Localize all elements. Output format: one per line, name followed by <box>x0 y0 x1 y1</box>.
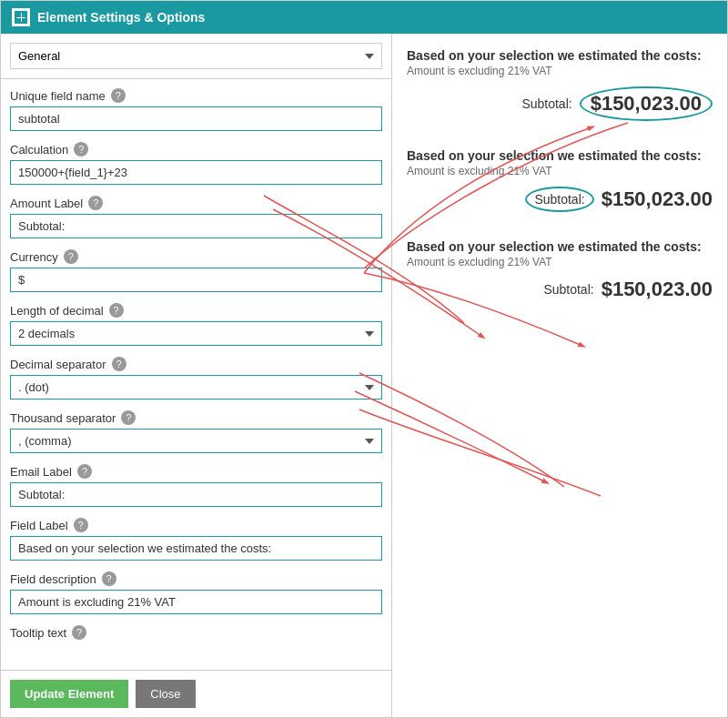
preview-2-row: Subtotal: $150,023.00 <box>407 187 713 212</box>
left-panel-header: General <box>1 34 391 79</box>
help-icon-length-of-decimal[interactable]: ? <box>109 303 124 318</box>
help-icon-calculation[interactable]: ? <box>74 142 88 157</box>
preview-1-subtitle: Amount is excluding 21% VAT <box>407 65 552 77</box>
content-area: General Unique field name ? Calculation <box>1 34 727 717</box>
preview-2-title: Based on your selection we estimated the… <box>407 148 702 163</box>
left-panel: General Unique field name ? Calculation <box>1 34 392 717</box>
general-select[interactable]: General <box>10 43 382 69</box>
field-group-decimal-separator: Decimal separator ? . (dot) , (comma) <box>10 357 382 399</box>
help-icon-tooltip-text[interactable]: ? <box>72 625 86 640</box>
preview-3-subtitle: Amount is excluding 21% VAT <box>407 256 552 268</box>
preview-1-value: $150,023.00 <box>580 86 713 121</box>
field-description-input[interactable] <box>10 590 382 614</box>
field-label-input[interactable] <box>10 536 382 561</box>
close-button[interactable]: Close <box>136 680 195 708</box>
bottom-buttons: Update Element Close <box>1 670 391 717</box>
field-label-tooltip-text: Tooltip text ? <box>10 625 382 640</box>
field-label-thousand-separator: Thousand separator ? <box>10 410 382 425</box>
update-element-button[interactable]: Update Element <box>10 680 128 708</box>
thousand-separator-select[interactable]: , (comma) . (dot) None <box>10 429 382 453</box>
field-label-length-of-decimal: Length of decimal ? <box>10 303 382 318</box>
help-icon-field-label[interactable]: ? <box>74 518 88 532</box>
help-icon-unique-field-name[interactable]: ? <box>111 88 126 103</box>
preview-2-subtitle: Amount is excluding 21% VAT <box>407 165 552 177</box>
preview-3-row: Subtotal: $150,023.00 <box>407 278 713 301</box>
main-container: Element Settings & Options General Uniqu… <box>0 0 728 718</box>
field-group-currency: Currency ? <box>10 249 382 292</box>
field-group-field-description: Field description ? <box>10 571 382 614</box>
preview-block-2: Based on your selection we estimated the… <box>407 148 713 212</box>
help-icon-thousand-separator[interactable]: ? <box>121 410 136 425</box>
preview-1-label: Subtotal: <box>521 96 571 111</box>
decimal-separator-select[interactable]: . (dot) , (comma) <box>10 375 382 399</box>
preview-block-1: Based on your selection we estimated the… <box>407 48 713 121</box>
field-group-tooltip-text: Tooltip text ? <box>10 625 382 640</box>
help-icon-email-label[interactable]: ? <box>77 464 92 479</box>
field-group-unique-field-name: Unique field name ? <box>10 88 382 131</box>
preview-1-title: Based on your selection we estimated the… <box>407 48 702 63</box>
fields-area: Unique field name ? Calculation ? <box>1 79 391 670</box>
field-group-email-label: Email Label ? <box>10 464 382 507</box>
field-label-email-label: Email Label ? <box>10 464 382 479</box>
field-label-decimal-separator: Decimal separator ? <box>10 357 382 371</box>
help-icon-amount-label[interactable]: ? <box>88 196 103 210</box>
field-label-unique-field-name: Unique field name ? <box>10 88 382 103</box>
field-label-field-label: Field Label ? <box>10 518 382 532</box>
field-group-amount-label: Amount Label ? <box>10 196 382 238</box>
currency-input[interactable] <box>10 268 382 292</box>
header: Element Settings & Options <box>1 1 727 34</box>
calculation-input[interactable] <box>10 160 382 185</box>
unique-field-name-input[interactable] <box>10 106 382 131</box>
preview-2-value: $150,023.00 <box>602 187 713 211</box>
preview-3-title: Based on your selection we estimated the… <box>407 239 702 254</box>
preview-2-label: Subtotal: <box>525 187 593 212</box>
right-panel: Based on your selection we estimated the… <box>392 34 727 717</box>
field-label-calculation: Calculation ? <box>10 142 382 157</box>
field-label-amount-label: Amount Label ? <box>10 196 382 210</box>
help-icon-decimal-separator[interactable]: ? <box>112 357 126 371</box>
amount-label-input[interactable] <box>10 214 382 238</box>
help-icon-field-description[interactable]: ? <box>102 571 116 586</box>
field-label-field-description: Field description ? <box>10 571 382 586</box>
preview-block-3: Based on your selection we estimated the… <box>407 239 713 301</box>
field-group-field-label: Field Label ? <box>10 518 382 561</box>
email-label-input[interactable] <box>10 482 382 507</box>
grid-icon <box>12 8 30 26</box>
field-group-length-of-decimal: Length of decimal ? 2 decimals 0 decimal… <box>10 303 382 346</box>
preview-1-row: Subtotal: $150,023.00 <box>407 86 713 121</box>
field-group-calculation: Calculation ? <box>10 142 382 185</box>
preview-3-value: $150,023.00 <box>602 278 713 301</box>
preview-3-label: Subtotal: <box>543 282 593 297</box>
field-label-currency: Currency ? <box>10 249 382 264</box>
header-title: Element Settings & Options <box>37 10 205 25</box>
help-icon-currency[interactable]: ? <box>64 249 78 264</box>
length-of-decimal-select[interactable]: 2 decimals 0 decimals 1 decimal 3 decima… <box>10 321 382 346</box>
field-group-thousand-separator: Thousand separator ? , (comma) . (dot) N… <box>10 410 382 453</box>
